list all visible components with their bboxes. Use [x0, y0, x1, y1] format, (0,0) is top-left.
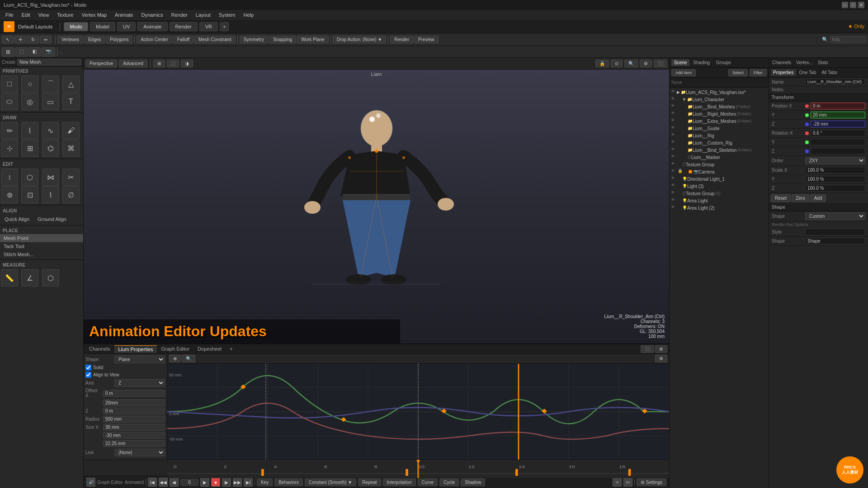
graph-editor-playbar-btn[interactable]: Graph Editor	[97, 480, 123, 485]
cycle-btn[interactable]: Cycle	[439, 479, 459, 486]
edit-extra2-btn[interactable]: ⊡	[21, 186, 38, 203]
star-label[interactable]: ★ Only	[848, 23, 864, 29]
camera-btn[interactable]: 📷	[42, 47, 55, 56]
mode-vr[interactable]: VR	[199, 22, 218, 31]
eye-icon-guide[interactable]: 👁	[670, 125, 676, 131]
prev-key-btn[interactable]: ◀◀	[159, 478, 168, 487]
eye-icon-rigid[interactable]: 👁	[670, 111, 676, 117]
reset-btn[interactable]: Reset	[771, 194, 791, 202]
record-btn[interactable]: ●	[211, 478, 220, 487]
scene-guide[interactable]: 👁 📁 Lium__Guide	[670, 125, 769, 132]
cube-btn[interactable]: □	[1, 75, 18, 93]
behaviors-btn[interactable]: Behaviors	[274, 479, 302, 486]
eye-icon-bind[interactable]: 👁	[670, 103, 676, 110]
maximize-btn[interactable]: □	[850, 2, 856, 8]
advanced-btn[interactable]: Advanced	[119, 60, 147, 67]
next-frame-btn[interactable]: ▶	[222, 478, 231, 487]
go-end-btn[interactable]: ▶|	[244, 478, 253, 487]
close-btn[interactable]: ✕	[858, 2, 864, 8]
menu-layout[interactable]: Layout	[192, 11, 214, 19]
fast-btn[interactable]: 2×	[623, 478, 632, 487]
drop-action-btn[interactable]: Drop Action: (None) ▼	[333, 36, 387, 43]
interpolation-btn[interactable]: Interpolation	[383, 479, 416, 486]
eye-icon-cam[interactable]: 👁	[670, 169, 676, 175]
vp-frame-btn[interactable]: ⬚	[167, 60, 179, 67]
groups-tab[interactable]: Groups	[713, 59, 734, 66]
size-x-input[interactable]	[103, 424, 165, 431]
new-mesh-btn[interactable]: New Mesh	[17, 59, 81, 66]
menu-system[interactable]: System	[215, 11, 239, 19]
one-tab-sub[interactable]: One Tab	[797, 69, 819, 76]
scale-btn[interactable]: ⇔	[40, 36, 52, 43]
vp-shading-btn[interactable]: ◑	[181, 60, 193, 67]
menu-view[interactable]: View	[35, 11, 53, 19]
channels-props-tab[interactable]: Channels	[770, 59, 793, 66]
frame-input[interactable]	[180, 479, 198, 486]
eye-icon-light3[interactable]: 👁	[670, 183, 676, 189]
expand-root[interactable]: ▶	[677, 90, 680, 94]
graph-search-btn[interactable]: 🔍	[182, 355, 195, 362]
pos-x-input[interactable]	[811, 103, 865, 109]
pos-z-input[interactable]	[811, 121, 865, 127]
perspective-btn[interactable]: Perspective	[85, 60, 117, 67]
snapping-btn[interactable]: Snapping	[269, 36, 296, 43]
quick-align-btn[interactable]: Quick Align	[1, 215, 33, 223]
mode-uv[interactable]: UV	[117, 22, 136, 31]
tab-plus[interactable]: +	[226, 345, 236, 352]
edit-bevel-btn[interactable]: ⬡	[21, 169, 38, 186]
scene-light3[interactable]: 👁 💡 Light (3)	[670, 183, 769, 190]
eye-icon-area[interactable]: 👁	[670, 197, 676, 204]
eye-icon-char[interactable]: 👁	[670, 96, 676, 103]
edit-extra4-btn[interactable]: ∅	[62, 186, 80, 203]
falloff-btn[interactable]: Falloff	[173, 36, 193, 43]
rot-z-input[interactable]	[811, 148, 865, 155]
constant-btn[interactable]: Constant (Smooth) ▼	[305, 479, 357, 486]
edit-move-btn[interactable]: ↕	[1, 169, 18, 186]
preview-btn[interactable]: Preview	[414, 36, 439, 43]
draw-paint-btn[interactable]: 🖌	[62, 122, 80, 139]
scene-tab[interactable]: Scene	[671, 59, 689, 66]
audio-btn[interactable]: 🔊	[86, 478, 95, 487]
eye-icon-custom[interactable]: 👁	[670, 140, 676, 146]
frame-btn[interactable]: ⬚	[15, 47, 28, 56]
vp-lock-btn[interactable]: 🔒	[595, 60, 609, 67]
zero-btn[interactable]: Zero	[792, 194, 809, 202]
measure-angle-btn[interactable]: ∠	[21, 269, 38, 286]
mode-animate[interactable]: Animate	[137, 22, 167, 31]
text-btn[interactable]: T	[62, 93, 80, 110]
rot-y-input[interactable]	[811, 139, 865, 145]
eye-icon-rig[interactable]: 👁	[670, 132, 676, 139]
tab-graph-editor[interactable]: Graph Editor	[158, 345, 193, 352]
scene-texture-group[interactable]: 👁 ⬡ Texture Group	[670, 161, 769, 168]
animated-btn[interactable]: Animated	[125, 480, 144, 485]
next-key-btn[interactable]: ▶▶	[233, 478, 242, 487]
menu-texture[interactable]: Texture	[53, 11, 77, 19]
axis-dropdown[interactable]: Z	[114, 379, 165, 387]
tack-tool-item[interactable]: Tack Tool	[0, 242, 83, 250]
mesh-point-item[interactable]: Mesh Point	[0, 234, 83, 242]
stitch-mesh-item[interactable]: Stitch Mesh...	[0, 250, 83, 258]
eye-icon-root[interactable]: 👁	[670, 89, 676, 95]
cone-btn[interactable]: △	[62, 75, 80, 93]
measure-ruler-btn[interactable]: 📏	[1, 269, 18, 286]
link-dropdown[interactable]: (None)	[114, 449, 165, 456]
shading-tab[interactable]: Shading	[690, 59, 712, 66]
eye-icon-extra[interactable]: 👁	[670, 118, 676, 124]
menu-dynamics[interactable]: Dynamics	[137, 11, 166, 19]
graph-settings-btn[interactable]: ⚙	[655, 355, 667, 362]
repeat-btn[interactable]: Repeat	[358, 479, 381, 486]
add-mode-btn[interactable]: +	[220, 22, 229, 31]
eye-icon-dirlight[interactable]: 👁	[670, 176, 676, 182]
radius-input[interactable]	[103, 416, 165, 422]
sphere-btn[interactable]: ○	[21, 75, 38, 93]
anim-settings-btn[interactable]: ⚙	[655, 345, 667, 353]
key-btn[interactable]: Key	[257, 479, 273, 486]
cylinder-btn[interactable]: ⌒	[42, 75, 59, 93]
add-item-btn[interactable]: Add Item	[671, 69, 696, 76]
kits-search[interactable]	[830, 36, 866, 43]
vertexes-btn[interactable]: Vertexes	[57, 36, 83, 43]
move-btn[interactable]: ✛	[14, 36, 26, 43]
graph-zoom-btn[interactable]: ⊕	[169, 355, 181, 362]
eye-icon-texgroup[interactable]: 👁	[670, 161, 676, 168]
scene-rig[interactable]: 👁 📁 Lium__Rig	[670, 132, 769, 139]
